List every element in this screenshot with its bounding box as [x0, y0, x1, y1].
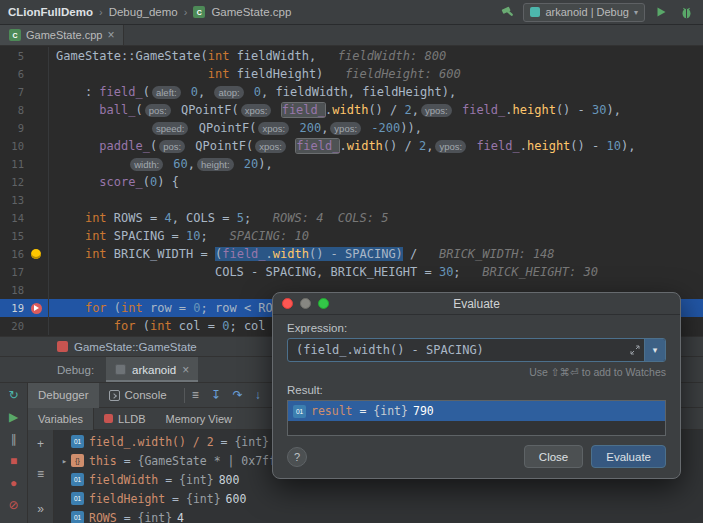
build-hammer-icon[interactable]: [498, 3, 516, 21]
result-value: 790: [413, 404, 434, 418]
help-button[interactable]: ?: [287, 447, 307, 467]
code-text: int ROWS = 4, COLS = 5; ROWS: 4 COLS: 5: [48, 209, 703, 227]
code-line[interactable]: 8 ball_(pos: QPointF(xpos: field_.width(…: [0, 101, 703, 119]
memory-view-tab-label: Memory View: [166, 413, 232, 425]
code-segment: ) {: [157, 175, 179, 189]
code-segment: int: [150, 319, 172, 333]
code-segment: ball_: [99, 103, 135, 117]
code-segment: ;: [244, 211, 273, 225]
equals: =: [165, 492, 186, 506]
dialog-titlebar[interactable]: Evaluate: [273, 293, 680, 315]
editor-tab-gamestate[interactable]: C GameState.cpp ×: [0, 25, 124, 45]
numeric-value-icon: 01: [71, 473, 84, 486]
add-watch-icon[interactable]: +: [32, 435, 50, 453]
code-segment: ROWS =: [107, 211, 165, 225]
code-segment: 30: [592, 103, 606, 117]
code-line[interactable]: 12 score_(0) {: [0, 173, 703, 191]
code-segment: :: [56, 85, 99, 99]
view-breakpoints-icon[interactable]: ●: [5, 474, 23, 492]
gutter-icon-slot: [24, 155, 48, 173]
code-line[interactable]: 13: [0, 191, 703, 209]
code-line[interactable]: 9 speed: QPointF(xpos: 200,ypos: -200)),: [0, 119, 703, 137]
code-segment: [56, 139, 99, 153]
tab-variables[interactable]: Variables: [28, 408, 94, 430]
variable-row[interactable]: 01fieldHeight = {int}600: [54, 489, 703, 508]
code-segment: field_: [462, 103, 505, 117]
object-value-icon: {}: [71, 454, 84, 467]
code-segment: [56, 211, 85, 225]
tab-debugger[interactable]: Debugger: [28, 383, 99, 408]
expand-editor-icon[interactable]: [626, 345, 644, 355]
expander-icon[interactable]: ▸: [59, 456, 70, 466]
expression-input[interactable]: (field_.width() - SPACING): [288, 343, 626, 357]
watch-options-icon[interactable]: ≡: [32, 465, 50, 483]
expression-combo[interactable]: (field_.width() - SPACING) ▾: [287, 338, 666, 362]
debug-session-tab[interactable]: arkanoid ×: [106, 357, 198, 382]
code-segment: height:: [197, 158, 234, 171]
breadcrumb-file[interactable]: GameState.cpp: [211, 6, 291, 18]
more-actions-icon[interactable]: »: [32, 500, 50, 518]
stop-icon[interactable]: ■: [5, 452, 23, 470]
code-segment: QPointF(: [191, 121, 256, 135]
tab-memory-view[interactable]: Memory View: [156, 408, 242, 430]
variable-name: this: [89, 454, 117, 468]
line-number: 12: [0, 173, 24, 191]
gutter-icon-slot: [24, 209, 48, 227]
code-segment: (: [135, 103, 142, 117]
tab-lldb[interactable]: LLDB: [94, 408, 156, 430]
code-segment: (: [107, 301, 121, 315]
step-into-icon[interactable]: ↓: [255, 389, 261, 401]
lldb-tab-label: LLDB: [118, 413, 146, 425]
evaluate-button[interactable]: Evaluate: [591, 445, 666, 468]
breadcrumb-folder[interactable]: Debug_demo: [109, 6, 178, 18]
rerun-debug-icon[interactable]: ↻: [5, 386, 23, 404]
code-line[interactable]: 11 width: 60,height: 20),: [0, 155, 703, 173]
code-segment: () - SPACING): [309, 247, 403, 261]
result-label: Result:: [287, 384, 666, 396]
tab-console[interactable]: Console: [99, 383, 177, 408]
show-execution-point-icon[interactable]: ↧: [211, 389, 221, 401]
watches-hint: Use ⇧⌘⏎ to add to Watches: [287, 366, 666, 378]
breadcrumb-project[interactable]: CLionFullDemo: [8, 6, 93, 18]
run-button[interactable]: [652, 3, 670, 21]
zoom-window-icon[interactable]: [318, 298, 329, 309]
pause-icon[interactable]: ∥: [5, 430, 23, 448]
run-configuration-select[interactable]: arkanoid | Debug ▾: [523, 3, 645, 22]
resume-icon[interactable]: ▶: [5, 408, 23, 426]
close-tab-icon[interactable]: ×: [107, 29, 114, 41]
code-segment: height: [513, 103, 556, 117]
step-over-icon[interactable]: ↷: [233, 389, 243, 401]
code-segment: col =: [172, 319, 223, 333]
code-line[interactable]: 7 : field_(aleft: 0, atop: 0, fieldWidth…: [0, 83, 703, 101]
layout-settings-icon[interactable]: ≡: [192, 389, 199, 401]
variable-type: {int}: [179, 473, 214, 487]
close-window-icon[interactable]: [282, 298, 293, 309]
code-line[interactable]: 6 int fieldHeight) fieldHeight: 600: [0, 65, 703, 83]
close-session-icon[interactable]: ×: [182, 364, 189, 376]
code-line[interactable]: 17 COLS - SPACING, BRICK_HEIGHT = 30; BR…: [0, 263, 703, 281]
code-segment: field_: [99, 85, 142, 99]
result-list[interactable]: 01 result = {int} 790: [287, 400, 666, 436]
gutter-icon-slot: [24, 119, 48, 137]
code-line[interactable]: 14 int ROWS = 4, COLS = 5; ROWS: 4 COLS:…: [0, 209, 703, 227]
dropdown-arrow-icon[interactable]: ▾: [644, 339, 665, 361]
code-line[interactable]: 10 paddle_(pos: QPointF(xpos: field_.wid…: [0, 137, 703, 155]
line-number: 13: [0, 191, 24, 209]
minimize-window-icon[interactable]: [300, 298, 311, 309]
variable-row[interactable]: 01ROWS = {int}4: [54, 508, 703, 523]
debug-bug-icon[interactable]: [677, 3, 695, 21]
code-segment: ,: [412, 103, 419, 117]
code-line[interactable]: 15 int SPACING = 10; SPACING: 10: [0, 227, 703, 245]
mute-breakpoints-icon[interactable]: ⊘: [5, 496, 23, 514]
code-segment: [247, 85, 254, 99]
code-segment: [184, 85, 191, 99]
code-line[interactable]: 16 int BRICK_WIDTH = (field_.width() - S…: [0, 245, 703, 263]
result-row[interactable]: 01 result = {int} 790: [288, 401, 665, 421]
code-segment: ),: [621, 139, 635, 153]
line-number: 20: [0, 317, 24, 335]
intention-bulb-icon[interactable]: [31, 249, 41, 259]
close-button[interactable]: Close: [524, 445, 583, 468]
breakpoint-icon[interactable]: [31, 303, 42, 314]
chevron-down-icon: ▾: [634, 8, 638, 17]
code-line[interactable]: 5GameState::GameState(int fieldWidth, fi…: [0, 47, 703, 65]
